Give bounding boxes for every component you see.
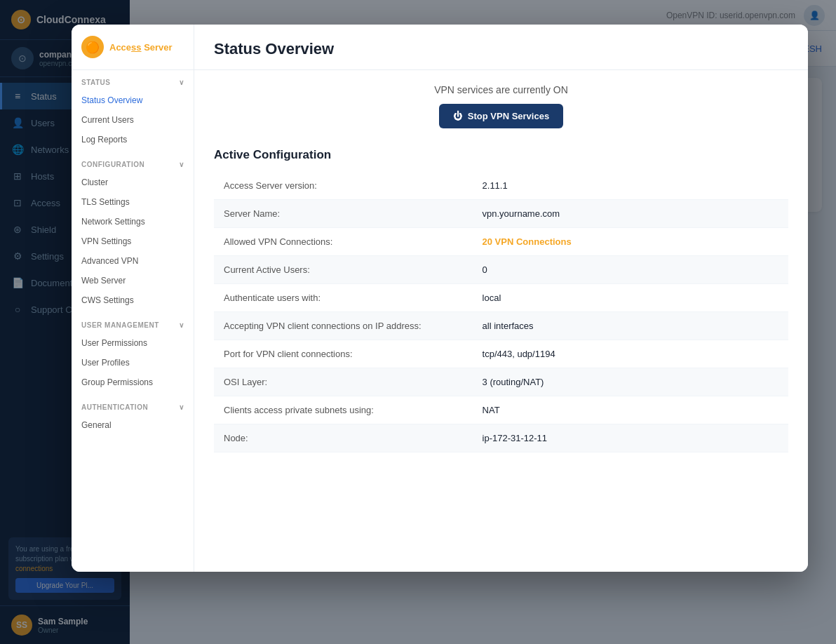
config-key: Clients access private subnets using: (214, 396, 473, 424)
config-value: tcp/443, udp/1194 (473, 340, 788, 368)
modal-nav-current-users[interactable]: Current Users (72, 110, 194, 130)
modal-logo-icon: 🟠 (81, 36, 104, 58)
config-row: OSI Layer:3 (routing/NAT) (214, 368, 788, 396)
user-mgmt-section-title: USER MANAGEMENT ∨ (72, 321, 194, 333)
config-row: Current Active Users:0 (214, 256, 788, 284)
config-key: OSI Layer: (214, 368, 473, 396)
chevron-icon: ∨ (179, 79, 184, 86)
vpn-status-row: VPN services are currently ON ⏻ Stop VPN… (214, 84, 788, 128)
logo-text-rest: Server (142, 42, 173, 53)
config-key: Authenticate users with: (214, 284, 473, 311)
config-key: Allowed VPN Connections: (214, 228, 473, 255)
modal-nav-status-section: STATUS ∨ Status Overview Current Users L… (72, 70, 194, 152)
config-value: 2.11.1 (473, 172, 788, 199)
config-row: Accepting VPN client connections on IP a… (214, 312, 788, 340)
config-key: Node: (214, 424, 473, 452)
config-key: Access Server version: (214, 172, 473, 199)
modal-nav-general[interactable]: General (72, 415, 194, 435)
modal-main: Status Overview VPN services are current… (194, 25, 808, 572)
config-key: Accepting VPN client connections on IP a… (214, 312, 473, 340)
config-value: NAT (473, 396, 788, 424)
chevron-icon: ∨ (179, 403, 184, 411)
modal-logo: 🟠 Access Server (72, 25, 194, 70)
modal-nav-group-permissions[interactable]: Group Permissions (72, 373, 194, 392)
modal-nav-advanced-vpn[interactable]: Advanced VPN (72, 251, 194, 271)
modal-nav-web-server[interactable]: Web Server (72, 271, 194, 290)
chevron-icon: ∨ (179, 321, 184, 329)
logo-text-underline: ss (131, 42, 141, 53)
modal-nav-status-overview[interactable]: Status Overview (72, 90, 194, 110)
active-config-title: Active Configuration (214, 148, 788, 162)
stop-vpn-button[interactable]: ⏻ Stop VPN Services (439, 104, 563, 128)
modal-nav-vpn-settings[interactable]: VPN Settings (72, 232, 194, 251)
modal-sidebar: 🟠 Access Server STATUS ∨ Status Overview… (72, 25, 194, 572)
modal-nav-config-section: CONFIGURATION ∨ Cluster TLS Settings Net… (72, 152, 194, 313)
config-row: Server Name:vpn.yourname.com (214, 200, 788, 228)
modal-overlay: 🟠 Access Server STATUS ∨ Status Overview… (0, 0, 836, 644)
config-table: Access Server version:2.11.1Server Name:… (214, 172, 788, 452)
modal-nav-user-permissions[interactable]: User Permissions (72, 333, 194, 353)
config-value: local (473, 284, 788, 311)
status-section-title: STATUS ∨ (72, 79, 194, 90)
config-value: 20 VPN Connections (473, 228, 788, 255)
config-section-title: CONFIGURATION ∨ (72, 161, 194, 173)
chevron-icon: ∨ (179, 161, 184, 168)
modal-nav-network-settings[interactable]: Network Settings (72, 212, 194, 232)
config-row: Port for VPN client connections:tcp/443,… (214, 340, 788, 368)
config-value: vpn.yourname.com (473, 200, 788, 227)
modal-nav-cws-settings[interactable]: CWS Settings (72, 290, 194, 310)
modal-nav-tls-settings[interactable]: TLS Settings (72, 192, 194, 212)
modal-nav-user-profiles[interactable]: User Profiles (72, 353, 194, 373)
config-row: Allowed VPN Connections:20 VPN Connectio… (214, 228, 788, 256)
config-value: all interfaces (473, 312, 788, 340)
modal-body: VPN services are currently ON ⏻ Stop VPN… (194, 70, 808, 467)
modal-title: Status Overview (214, 40, 788, 58)
config-row: Authenticate users with:local (214, 284, 788, 312)
config-key: Port for VPN client connections: (214, 340, 473, 368)
auth-section-title: AUTHENTICATION ∨ (72, 403, 194, 415)
logo-text-highlight: Acce (109, 42, 131, 53)
config-value: ip-172-31-12-11 (473, 424, 788, 452)
modal-logo-text: Access Server (109, 42, 173, 53)
modal-header: Status Overview (194, 25, 808, 70)
config-value: 0 (473, 256, 788, 283)
modal-nav-cluster[interactable]: Cluster (72, 173, 194, 192)
config-key: Current Active Users: (214, 256, 473, 283)
access-server-modal: 🟠 Access Server STATUS ∨ Status Overview… (72, 25, 808, 572)
config-row: Node:ip-172-31-12-11 (214, 424, 788, 452)
config-key: Server Name: (214, 200, 473, 227)
modal-nav-log-reports[interactable]: Log Reports (72, 130, 194, 149)
modal-nav-user-mgmt-section: USER MANAGEMENT ∨ User Permissions User … (72, 313, 194, 395)
config-row: Access Server version:2.11.1 (214, 172, 788, 200)
config-value: 3 (routing/NAT) (473, 368, 788, 396)
vpn-status-text: VPN services are currently ON (434, 84, 568, 95)
power-icon: ⏻ (453, 111, 462, 121)
modal-nav-auth-section: AUTHENTICATION ∨ General (72, 395, 194, 438)
config-row: Clients access private subnets using:NAT (214, 396, 788, 424)
